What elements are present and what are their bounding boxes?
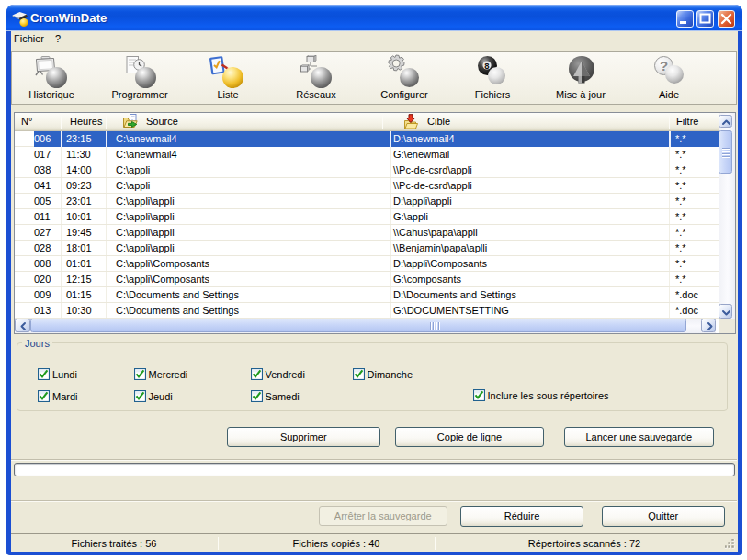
svg-text:8: 8 — [484, 60, 489, 70]
